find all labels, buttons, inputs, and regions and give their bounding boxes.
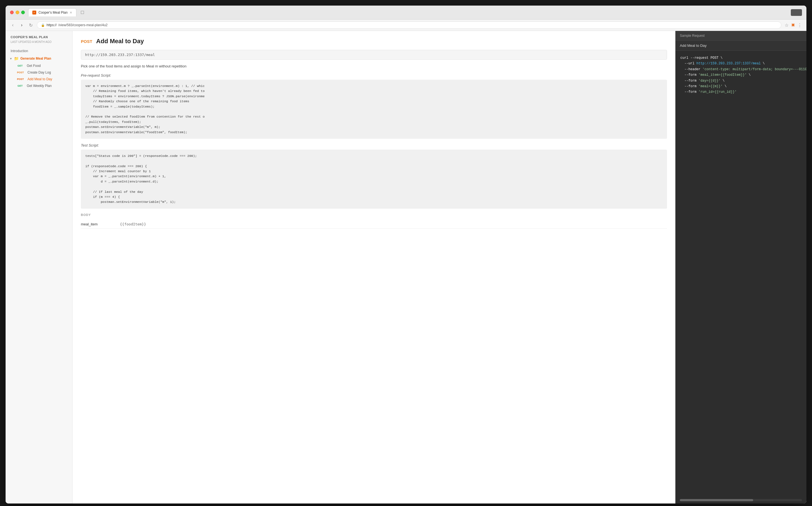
curl-form-day: 'day={{d}}' xyxy=(698,79,721,83)
back-button[interactable]: ‹ xyxy=(10,22,16,27)
scrollbar-thumb xyxy=(680,499,753,501)
bookmark-icon[interactable]: ☆ xyxy=(785,22,789,28)
curl-form-meal: 'meal={{m}}' xyxy=(698,84,723,88)
url-display: http://159.203.233.237:1337/meal xyxy=(81,50,667,60)
method-badge-post: POST xyxy=(16,71,25,74)
menu-icon[interactable]: ⋮ xyxy=(798,22,802,28)
endpoint-description: Pick one of the food items and assign to… xyxy=(81,64,667,68)
sidebar-collection-title: COOPER'S MEAL PLAN xyxy=(6,35,72,40)
curl-form-flag-4: --form xyxy=(680,90,698,94)
sidebar-item-label-active: Add Meal to Day xyxy=(27,77,53,81)
pre-request-code: var m = environment.m ? _.parseInt(envir… xyxy=(81,80,667,139)
method-badge-get-weekly: GET xyxy=(16,84,24,88)
main-content: POST Add Meal to Day http://159.203.233.… xyxy=(73,31,675,504)
sidebar-intro[interactable]: Introduction xyxy=(6,48,72,55)
close-button[interactable] xyxy=(10,11,14,14)
window-controls xyxy=(791,9,802,16)
right-panel: Sample Request Add Meal to Day curl --re… xyxy=(675,31,806,504)
curl-form-flag-2: --form xyxy=(680,79,698,83)
curl-header-flag: --header xyxy=(680,67,703,71)
sidebar-item-add-meal[interactable]: POST Add Meal to Day xyxy=(6,76,72,82)
horizontal-scrollbar[interactable] xyxy=(680,499,802,501)
panel-subheader: Add Meal to Day xyxy=(675,41,806,51)
title-bar: P Cooper's Meal Plan × □ xyxy=(6,6,806,19)
browser-window: P Cooper's Meal Plan × □ ‹ › ↻ 🔒 https:/… xyxy=(6,6,806,504)
method-tag: POST xyxy=(81,39,92,44)
forward-button[interactable]: › xyxy=(19,22,24,27)
maximize-button[interactable] xyxy=(21,11,25,14)
method-badge-get: GET xyxy=(16,64,24,68)
tab-favicon: P xyxy=(32,11,36,14)
curl-header-value: 'content-type: multipart/form-data; boun… xyxy=(703,67,806,71)
curl-form-flag-1: --form xyxy=(680,73,698,77)
url-bar[interactable]: 🔒 https:///view/583/coopers-meal-plan/4u… xyxy=(37,21,781,29)
window-control-btn[interactable] xyxy=(791,9,802,16)
method-badge-post-active: POST xyxy=(16,77,25,81)
curl-form-meal-item: 'meal_item={{foodItem}}' xyxy=(698,73,747,77)
sidebar-updated: LAST UPDATED A MONTH AGO xyxy=(6,40,72,48)
body-section-label: BODY xyxy=(81,213,667,217)
sidebar-folder-generate[interactable]: ▼ 📁 Generate Meal Plan xyxy=(6,55,72,63)
postman-icon[interactable]: ▣ xyxy=(791,22,795,28)
address-actions: ☆ ▣ ⋮ xyxy=(785,22,802,28)
content-area: COOPER'S MEAL PLAN LAST UPDATED A MONTH … xyxy=(6,31,806,504)
url-display: /view/583/coopers-meal-plan/4u2 xyxy=(58,23,107,27)
code-panel: curl --request POST \ --url http://159.2… xyxy=(675,51,806,497)
sidebar-item-get-weekly[interactable]: GET Get Weekly Plan xyxy=(6,82,72,89)
address-bar: ‹ › ↻ 🔒 https:///view/583/coopers-meal-p… xyxy=(6,19,806,31)
traffic-lights xyxy=(10,11,25,14)
new-tab-button[interactable]: □ xyxy=(79,9,86,16)
curl-form-flag-3: --form xyxy=(680,84,698,88)
sidebar-item-create-day-log[interactable]: POST Create Day Log xyxy=(6,69,72,76)
panel-header: Sample Request xyxy=(675,31,806,41)
active-tab[interactable]: P Cooper's Meal Plan × xyxy=(28,8,76,16)
endpoint-header: POST Add Meal to Day xyxy=(81,37,667,45)
tab-bar: P Cooper's Meal Plan × □ xyxy=(28,8,788,16)
sidebar-item-get-food[interactable]: GET Get Food xyxy=(6,63,72,69)
tab-title: Cooper's Meal Plan xyxy=(39,11,68,14)
reload-button[interactable]: ↻ xyxy=(28,22,33,28)
curl-url-flag: --url xyxy=(680,62,696,66)
body-key: meal_item xyxy=(81,220,120,229)
curl-url-value: http://159.203.233.237:1337/meal xyxy=(696,62,761,66)
folder-label: Generate Meal Plan xyxy=(20,57,51,61)
tab-close-button[interactable]: × xyxy=(70,10,72,15)
test-script-label: Test Script: xyxy=(81,143,667,147)
test-script-code: tests["Status code is 200"] = (responseC… xyxy=(81,150,667,209)
folder-arrow-icon: ▼ xyxy=(9,57,12,60)
curl-cmd: curl --request POST \ xyxy=(680,56,723,60)
sidebar-item-label: Get Weekly Plan xyxy=(27,84,52,88)
body-value: {{foodItem}} xyxy=(120,220,667,229)
body-table: meal_item {{foodItem}} xyxy=(81,220,667,229)
curl-form-run-id: 'run_id={{run_id}}' xyxy=(698,90,737,94)
sidebar-item-label: Create Day Log xyxy=(27,71,51,74)
sidebar-item-label: Get Food xyxy=(27,64,41,68)
pre-request-label: Pre-request Script: xyxy=(81,73,667,77)
minimize-button[interactable] xyxy=(16,11,19,14)
body-row: meal_item {{foodItem}} xyxy=(81,220,667,229)
lock-icon: 🔒 xyxy=(41,23,45,27)
folder-icon: 📁 xyxy=(14,56,19,61)
endpoint-title: Add Meal to Day xyxy=(96,37,144,45)
sidebar: COOPER'S MEAL PLAN LAST UPDATED A MONTH … xyxy=(6,31,73,504)
